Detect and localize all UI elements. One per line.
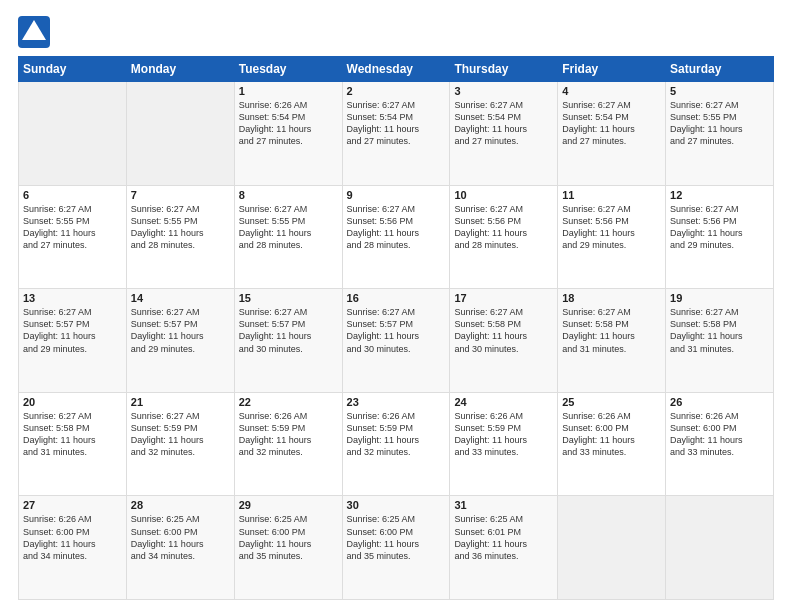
calendar-cell: 9Sunrise: 6:27 AM Sunset: 5:56 PM Daylig…	[342, 185, 450, 289]
calendar-cell: 23Sunrise: 6:26 AM Sunset: 5:59 PM Dayli…	[342, 392, 450, 496]
day-number: 31	[454, 499, 553, 511]
day-number: 13	[23, 292, 122, 304]
calendar-cell: 5Sunrise: 6:27 AM Sunset: 5:55 PM Daylig…	[666, 82, 774, 186]
day-number: 29	[239, 499, 338, 511]
day-number: 21	[131, 396, 230, 408]
logo	[18, 16, 52, 48]
col-header-sunday: Sunday	[19, 57, 127, 82]
calendar-cell: 10Sunrise: 6:27 AM Sunset: 5:56 PM Dayli…	[450, 185, 558, 289]
cell-content: Sunrise: 6:26 AM Sunset: 5:59 PM Dayligh…	[454, 410, 553, 459]
cell-content: Sunrise: 6:26 AM Sunset: 5:59 PM Dayligh…	[239, 410, 338, 459]
calendar-cell: 18Sunrise: 6:27 AM Sunset: 5:58 PM Dayli…	[558, 289, 666, 393]
cell-content: Sunrise: 6:27 AM Sunset: 5:54 PM Dayligh…	[454, 99, 553, 148]
cell-content: Sunrise: 6:27 AM Sunset: 5:54 PM Dayligh…	[347, 99, 446, 148]
calendar-cell: 17Sunrise: 6:27 AM Sunset: 5:58 PM Dayli…	[450, 289, 558, 393]
cell-content: Sunrise: 6:27 AM Sunset: 5:56 PM Dayligh…	[454, 203, 553, 252]
calendar-cell: 26Sunrise: 6:26 AM Sunset: 6:00 PM Dayli…	[666, 392, 774, 496]
calendar-cell	[558, 496, 666, 600]
cell-content: Sunrise: 6:26 AM Sunset: 6:00 PM Dayligh…	[562, 410, 661, 459]
cell-content: Sunrise: 6:27 AM Sunset: 5:55 PM Dayligh…	[670, 99, 769, 148]
calendar-cell: 22Sunrise: 6:26 AM Sunset: 5:59 PM Dayli…	[234, 392, 342, 496]
col-header-wednesday: Wednesday	[342, 57, 450, 82]
calendar-cell: 21Sunrise: 6:27 AM Sunset: 5:59 PM Dayli…	[126, 392, 234, 496]
cell-content: Sunrise: 6:27 AM Sunset: 5:58 PM Dayligh…	[562, 306, 661, 355]
calendar-cell: 16Sunrise: 6:27 AM Sunset: 5:57 PM Dayli…	[342, 289, 450, 393]
calendar-cell: 12Sunrise: 6:27 AM Sunset: 5:56 PM Dayli…	[666, 185, 774, 289]
cell-content: Sunrise: 6:26 AM Sunset: 5:54 PM Dayligh…	[239, 99, 338, 148]
day-number: 4	[562, 85, 661, 97]
calendar-cell: 31Sunrise: 6:25 AM Sunset: 6:01 PM Dayli…	[450, 496, 558, 600]
day-number: 30	[347, 499, 446, 511]
cell-content: Sunrise: 6:26 AM Sunset: 5:59 PM Dayligh…	[347, 410, 446, 459]
calendar-header-row: SundayMondayTuesdayWednesdayThursdayFrid…	[19, 57, 774, 82]
calendar-cell: 28Sunrise: 6:25 AM Sunset: 6:00 PM Dayli…	[126, 496, 234, 600]
calendar-cell: 15Sunrise: 6:27 AM Sunset: 5:57 PM Dayli…	[234, 289, 342, 393]
logo-icon	[18, 16, 50, 48]
day-number: 8	[239, 189, 338, 201]
cell-content: Sunrise: 6:27 AM Sunset: 5:58 PM Dayligh…	[670, 306, 769, 355]
calendar-cell: 29Sunrise: 6:25 AM Sunset: 6:00 PM Dayli…	[234, 496, 342, 600]
col-header-thursday: Thursday	[450, 57, 558, 82]
cell-content: Sunrise: 6:27 AM Sunset: 5:54 PM Dayligh…	[562, 99, 661, 148]
day-number: 5	[670, 85, 769, 97]
cell-content: Sunrise: 6:27 AM Sunset: 5:55 PM Dayligh…	[23, 203, 122, 252]
day-number: 16	[347, 292, 446, 304]
cell-content: Sunrise: 6:26 AM Sunset: 6:00 PM Dayligh…	[670, 410, 769, 459]
day-number: 28	[131, 499, 230, 511]
day-number: 24	[454, 396, 553, 408]
calendar-cell: 27Sunrise: 6:26 AM Sunset: 6:00 PM Dayli…	[19, 496, 127, 600]
day-number: 3	[454, 85, 553, 97]
cell-content: Sunrise: 6:27 AM Sunset: 5:57 PM Dayligh…	[239, 306, 338, 355]
week-row-3: 13Sunrise: 6:27 AM Sunset: 5:57 PM Dayli…	[19, 289, 774, 393]
cell-content: Sunrise: 6:27 AM Sunset: 5:59 PM Dayligh…	[131, 410, 230, 459]
day-number: 17	[454, 292, 553, 304]
cell-content: Sunrise: 6:27 AM Sunset: 5:57 PM Dayligh…	[347, 306, 446, 355]
cell-content: Sunrise: 6:27 AM Sunset: 5:56 PM Dayligh…	[670, 203, 769, 252]
calendar-cell: 25Sunrise: 6:26 AM Sunset: 6:00 PM Dayli…	[558, 392, 666, 496]
calendar-cell: 3Sunrise: 6:27 AM Sunset: 5:54 PM Daylig…	[450, 82, 558, 186]
calendar-table: SundayMondayTuesdayWednesdayThursdayFrid…	[18, 56, 774, 600]
calendar-cell: 8Sunrise: 6:27 AM Sunset: 5:55 PM Daylig…	[234, 185, 342, 289]
day-number: 23	[347, 396, 446, 408]
calendar-cell: 30Sunrise: 6:25 AM Sunset: 6:00 PM Dayli…	[342, 496, 450, 600]
calendar-cell: 20Sunrise: 6:27 AM Sunset: 5:58 PM Dayli…	[19, 392, 127, 496]
week-row-2: 6Sunrise: 6:27 AM Sunset: 5:55 PM Daylig…	[19, 185, 774, 289]
day-number: 15	[239, 292, 338, 304]
day-number: 10	[454, 189, 553, 201]
day-number: 19	[670, 292, 769, 304]
calendar-cell	[666, 496, 774, 600]
cell-content: Sunrise: 6:27 AM Sunset: 5:55 PM Dayligh…	[131, 203, 230, 252]
calendar-cell: 7Sunrise: 6:27 AM Sunset: 5:55 PM Daylig…	[126, 185, 234, 289]
col-header-saturday: Saturday	[666, 57, 774, 82]
cell-content: Sunrise: 6:27 AM Sunset: 5:55 PM Dayligh…	[239, 203, 338, 252]
week-row-5: 27Sunrise: 6:26 AM Sunset: 6:00 PM Dayli…	[19, 496, 774, 600]
day-number: 27	[23, 499, 122, 511]
day-number: 20	[23, 396, 122, 408]
day-number: 18	[562, 292, 661, 304]
calendar-cell: 4Sunrise: 6:27 AM Sunset: 5:54 PM Daylig…	[558, 82, 666, 186]
day-number: 9	[347, 189, 446, 201]
calendar-cell: 19Sunrise: 6:27 AM Sunset: 5:58 PM Dayli…	[666, 289, 774, 393]
calendar-cell: 24Sunrise: 6:26 AM Sunset: 5:59 PM Dayli…	[450, 392, 558, 496]
cell-content: Sunrise: 6:25 AM Sunset: 6:00 PM Dayligh…	[131, 513, 230, 562]
day-number: 6	[23, 189, 122, 201]
day-number: 11	[562, 189, 661, 201]
week-row-1: 1Sunrise: 6:26 AM Sunset: 5:54 PM Daylig…	[19, 82, 774, 186]
cell-content: Sunrise: 6:27 AM Sunset: 5:57 PM Dayligh…	[131, 306, 230, 355]
cell-content: Sunrise: 6:26 AM Sunset: 6:00 PM Dayligh…	[23, 513, 122, 562]
cell-content: Sunrise: 6:27 AM Sunset: 5:58 PM Dayligh…	[23, 410, 122, 459]
calendar-cell: 1Sunrise: 6:26 AM Sunset: 5:54 PM Daylig…	[234, 82, 342, 186]
col-header-tuesday: Tuesday	[234, 57, 342, 82]
calendar-cell: 14Sunrise: 6:27 AM Sunset: 5:57 PM Dayli…	[126, 289, 234, 393]
day-number: 1	[239, 85, 338, 97]
header	[18, 16, 774, 48]
day-number: 26	[670, 396, 769, 408]
calendar-cell: 2Sunrise: 6:27 AM Sunset: 5:54 PM Daylig…	[342, 82, 450, 186]
cell-content: Sunrise: 6:25 AM Sunset: 6:00 PM Dayligh…	[347, 513, 446, 562]
cell-content: Sunrise: 6:27 AM Sunset: 5:58 PM Dayligh…	[454, 306, 553, 355]
day-number: 2	[347, 85, 446, 97]
day-number: 12	[670, 189, 769, 201]
cell-content: Sunrise: 6:27 AM Sunset: 5:56 PM Dayligh…	[562, 203, 661, 252]
day-number: 22	[239, 396, 338, 408]
week-row-4: 20Sunrise: 6:27 AM Sunset: 5:58 PM Dayli…	[19, 392, 774, 496]
